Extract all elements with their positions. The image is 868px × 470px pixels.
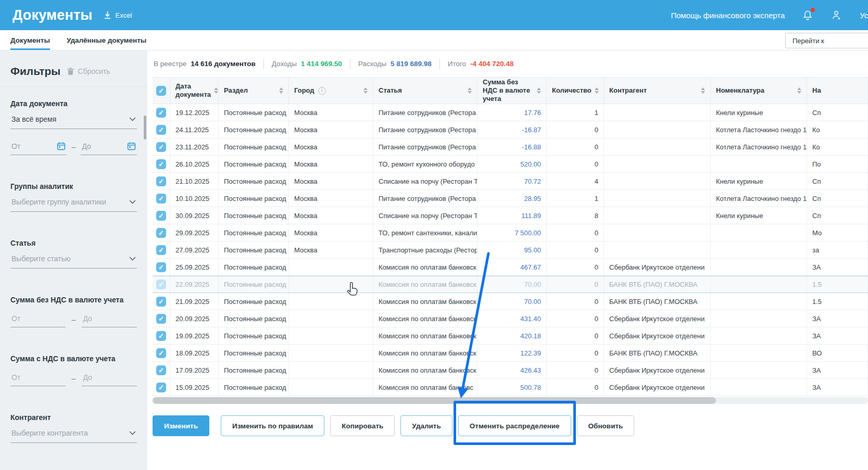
row-checkbox[interactable]: ✓ <box>156 211 166 221</box>
refresh-button[interactable]: Обновить <box>577 415 635 436</box>
row-checkbox[interactable]: ✓ <box>156 125 166 135</box>
go-to-button[interactable]: Перейти к <box>785 33 868 48</box>
cell-checkbox[interactable]: ✓ <box>153 276 170 293</box>
sort-icon[interactable] <box>592 87 599 94</box>
row-checkbox[interactable]: ✓ <box>156 365 166 375</box>
cancel-distribution-button[interactable]: Отменить распределение <box>458 415 571 436</box>
article-select[interactable]: Выберите статью <box>10 250 137 269</box>
row-checkbox[interactable]: ✓ <box>156 262 166 272</box>
sort-icon[interactable] <box>211 87 218 94</box>
cell-date: 21.09.2025 <box>170 293 219 310</box>
sort-icon[interactable] <box>360 87 368 94</box>
tab-deleted-documents[interactable]: Удалённые документы <box>67 30 147 50</box>
table-row[interactable]: ✓19.12.2025Постоянные расходМоскваПитани… <box>153 104 868 121</box>
row-checkbox[interactable]: ✓ <box>156 297 166 307</box>
table-row[interactable]: ✓29.09.2025Постоянные расходМоскваТО, ре… <box>153 224 868 242</box>
table-row[interactable]: ✓20.09.2025Постоянные расходКомиссия по … <box>153 310 868 327</box>
cell-checkbox[interactable]: ✓ <box>153 121 170 138</box>
financial-expert-help-link[interactable]: Помощь финансового эксперта <box>671 11 785 20</box>
cell-checkbox[interactable]: ✓ <box>153 138 170 155</box>
row-checkbox[interactable]: ✓ <box>156 228 166 238</box>
sort-icon[interactable] <box>534 87 541 94</box>
counterparty-select[interactable]: Выберите контрагента <box>10 425 137 443</box>
sidebar-scrollbar[interactable] <box>144 116 146 139</box>
edit-button[interactable]: Изменить <box>153 415 209 436</box>
reset-filters-button[interactable]: Сбросить <box>67 67 110 75</box>
table-row[interactable]: ✓26.10.2025Постоянные расходМоскваТО, ре… <box>153 156 868 173</box>
calendar-icon[interactable] <box>127 142 136 150</box>
row-checkbox[interactable]: ✓ <box>156 159 166 169</box>
notifications-bell-icon[interactable] <box>801 9 814 21</box>
table-row[interactable]: ✓19.09.2025Постоянные расходКомиссия по … <box>153 327 868 345</box>
table-row[interactable]: ✓21.10.2025Постоянные расходМоскваСписан… <box>153 173 868 190</box>
cell-checkbox[interactable]: ✓ <box>153 173 170 189</box>
table-row[interactable]: ✓22.09.2025Постоянные расходКомиссия по … <box>153 276 868 293</box>
date-to-input[interactable]: До <box>81 138 137 155</box>
add-user-icon[interactable] <box>831 9 843 21</box>
food-services-link[interactable]: Услуги пит <box>860 11 868 20</box>
delete-button[interactable]: Удалить <box>400 415 452 436</box>
cell-checkbox[interactable]: ✓ <box>153 345 170 361</box>
section-column-header[interactable]: Раздел <box>219 78 289 104</box>
table-row[interactable]: ✓24.11.2025Постоянные расходМоскваПитани… <box>153 121 868 138</box>
cell-checkbox[interactable]: ✓ <box>153 379 170 396</box>
row-checkbox[interactable]: ✓ <box>156 108 166 118</box>
row-checkbox[interactable]: ✓ <box>156 348 166 358</box>
row-checkbox[interactable]: ✓ <box>156 176 166 186</box>
excel-export-button[interactable]: Excel <box>103 11 132 20</box>
sort-icon[interactable] <box>794 87 801 94</box>
cell-checkbox[interactable]: ✓ <box>153 310 170 327</box>
nomenclature-column-header[interactable]: Номенклатура <box>711 78 807 104</box>
cell-checkbox[interactable]: ✓ <box>153 190 170 207</box>
calendar-icon[interactable] <box>57 142 66 150</box>
table-row[interactable]: ✓23.11.2025Постоянные расходМоскваПитани… <box>153 138 868 156</box>
edit-by-rules-button[interactable]: Изменить по правилам <box>221 415 324 436</box>
table-row[interactable]: ✓21.09.2025Постоянные расходКомиссия по … <box>153 293 868 310</box>
horizontal-scrollbar-thumb[interactable] <box>153 397 716 404</box>
sum-no-vat-from-input[interactable]: От <box>10 311 66 327</box>
table-row[interactable]: ✓17.09.2025Постоянные расходКомиссия по … <box>153 362 868 379</box>
date-from-input[interactable]: От <box>10 138 67 155</box>
table-row[interactable]: ✓25.09.2025Постоянные расходКомиссия по … <box>153 259 868 276</box>
row-checkbox[interactable]: ✓ <box>156 280 166 289</box>
row-checkbox[interactable]: ✓ <box>156 314 166 324</box>
row-checkbox[interactable]: ✓ <box>156 383 166 392</box>
amount-column-header[interactable]: Сумма без НДС в валюте учета <box>477 78 547 104</box>
row-checkbox[interactable]: ✓ <box>156 142 166 152</box>
sum-vat-to-input[interactable]: До <box>82 370 137 386</box>
table-row[interactable]: ✓15.09.2025Постоянные расходКомиссия по … <box>153 379 868 396</box>
cell-checkbox[interactable]: ✓ <box>153 259 170 275</box>
analytics-group-select[interactable]: Выберите группу аналитики <box>10 194 137 212</box>
tab-documents[interactable]: Документы <box>10 30 50 50</box>
copy-button[interactable]: Копировать <box>330 415 395 436</box>
cell-checkbox[interactable]: ✓ <box>153 207 170 224</box>
row-checkbox[interactable]: ✓ <box>156 194 166 204</box>
article-column-header[interactable]: Статья <box>373 78 477 104</box>
cell-checkbox[interactable]: ✓ <box>153 156 170 172</box>
row-checkbox[interactable]: ✓ <box>156 331 166 341</box>
qty-column-header[interactable]: Количество <box>547 78 604 104</box>
cell-checkbox[interactable]: ✓ <box>153 362 170 378</box>
sum-no-vat-to-input[interactable]: До <box>82 311 137 327</box>
date-range-select[interactable]: За всё время <box>10 111 137 129</box>
city-column-header[interactable]: Городi <box>289 78 373 104</box>
cell-checkbox[interactable]: ✓ <box>153 293 170 310</box>
sum-vat-from-input[interactable]: От <box>10 370 66 386</box>
cell-date: 22.09.2025 <box>170 276 219 293</box>
counterparty-column-header[interactable]: Контрагент <box>604 78 711 104</box>
row-checkbox[interactable]: ✓ <box>156 245 166 255</box>
table-row[interactable]: ✓18.09.2025Постоянные расходКомиссия по … <box>153 345 868 362</box>
sort-icon[interactable] <box>464 87 472 94</box>
cell-city: Москва <box>289 104 373 121</box>
table-row[interactable]: ✓30.09.2025Постоянные расходМоскваСписан… <box>153 207 868 224</box>
date-column-header[interactable]: Дата документа <box>170 78 219 104</box>
cell-checkbox[interactable]: ✓ <box>153 224 170 241</box>
table-row[interactable]: ✓27.09.2025Постоянные расходМоскваТрансп… <box>153 242 868 259</box>
table-row[interactable]: ✓10.10.2025Постоянные расходМоскваПитани… <box>153 190 868 207</box>
cell-checkbox[interactable]: ✓ <box>153 327 170 344</box>
cell-checkbox[interactable]: ✓ <box>153 242 170 258</box>
sort-icon[interactable] <box>276 87 283 94</box>
select-all-checkbox[interactable]: ✓ <box>156 86 166 96</box>
sort-icon[interactable] <box>698 87 705 94</box>
cell-checkbox[interactable]: ✓ <box>153 104 170 121</box>
